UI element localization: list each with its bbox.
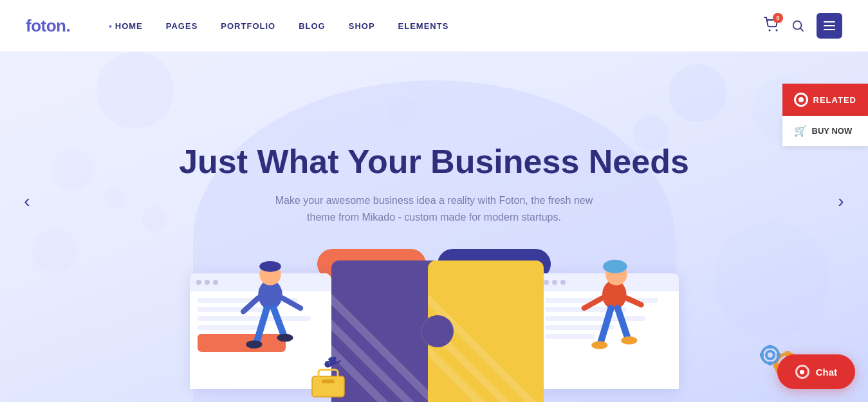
logo-dot: . bbox=[66, 16, 70, 35]
cart-badge: 0 bbox=[773, 13, 783, 23]
nav-item-shop[interactable]: SHOP bbox=[349, 20, 375, 32]
buy-cart-icon: 🛒 bbox=[794, 125, 807, 137]
screen-dot-r1 bbox=[544, 280, 549, 285]
menu-line-2 bbox=[824, 25, 835, 26]
svg-rect-37 bbox=[777, 353, 780, 357]
nav-link-portfolio[interactable]: PORTFOLIO bbox=[221, 21, 275, 31]
svg-line-13 bbox=[243, 298, 258, 311]
svg-point-33 bbox=[762, 347, 779, 363]
menu-line-1 bbox=[824, 21, 835, 23]
decor-circle-3 bbox=[97, 51, 174, 129]
figure-left bbox=[228, 248, 312, 396]
screen-dot-1 bbox=[196, 280, 201, 285]
nav-link-elements[interactable]: ELEMENTS bbox=[398, 21, 449, 31]
decor-circle-8 bbox=[32, 228, 77, 273]
svg-point-1 bbox=[776, 30, 778, 32]
chat-label: Chat bbox=[816, 367, 837, 378]
svg-line-23 bbox=[600, 308, 611, 342]
nav-item-blog[interactable]: BLOG bbox=[299, 20, 326, 32]
nav-right: 0 bbox=[764, 13, 842, 39]
screen-dot-r2 bbox=[552, 280, 557, 285]
puzzle-notch-right bbox=[421, 315, 454, 347]
sidebar-panel: RELATED 🛒 BUY NOW bbox=[782, 84, 868, 146]
menu-button[interactable] bbox=[817, 13, 842, 39]
nav-item-elements[interactable]: ELEMENTS bbox=[398, 20, 449, 32]
chat-button[interactable]: Chat bbox=[777, 354, 855, 389]
logo-text: foton bbox=[26, 16, 66, 35]
svg-rect-35 bbox=[768, 345, 772, 349]
sidebar-related-button[interactable]: RELATED bbox=[782, 84, 868, 116]
navbar: foton. HOME PAGES PORTFOLIO BLOG SHOP EL… bbox=[0, 0, 868, 51]
screen-dot-2 bbox=[205, 280, 210, 285]
svg-rect-41 bbox=[322, 379, 335, 383]
svg-rect-36 bbox=[768, 361, 772, 365]
hero-title: Just What Your Business Needs bbox=[179, 142, 689, 181]
svg-line-22 bbox=[626, 298, 641, 304]
sidebar-buy-button[interactable]: 🛒 BUY NOW bbox=[782, 116, 868, 146]
menu-line-3 bbox=[824, 29, 835, 30]
svg-point-11 bbox=[259, 261, 281, 272]
next-arrow[interactable]: › bbox=[827, 187, 855, 215]
svg-line-12 bbox=[282, 298, 300, 308]
sidebar-buy-label: BUY NOW bbox=[812, 126, 853, 136]
nav-links: HOME PAGES PORTFOLIO BLOG SHOP ELEMENTS bbox=[109, 20, 448, 32]
screen-dot-3 bbox=[213, 280, 218, 285]
nav-link-home[interactable]: HOME bbox=[109, 21, 143, 31]
hero-section: Just What Your Business Needs Make your … bbox=[0, 0, 868, 402]
prev-arrow[interactable]: ‹ bbox=[13, 187, 41, 215]
svg-point-0 bbox=[769, 30, 771, 32]
nav-item-home[interactable]: HOME bbox=[109, 20, 143, 32]
svg-line-21 bbox=[584, 298, 602, 308]
svg-point-34 bbox=[766, 351, 774, 359]
svg-line-15 bbox=[273, 308, 284, 335]
next-arrow-icon: › bbox=[838, 191, 844, 212]
nav-link-pages[interactable]: PAGES bbox=[166, 21, 198, 31]
chat-icon bbox=[795, 365, 809, 379]
sidebar-related-label: RELATED bbox=[813, 95, 856, 105]
svg-point-17 bbox=[277, 334, 293, 342]
puzzle-piece-right bbox=[428, 260, 544, 402]
screen-dot-r3 bbox=[560, 280, 566, 285]
figure-right bbox=[576, 248, 660, 396]
decor-circle-4 bbox=[51, 148, 93, 190]
cart-button[interactable]: 0 bbox=[764, 17, 779, 35]
decor-circle-5 bbox=[142, 206, 167, 232]
logo[interactable]: foton. bbox=[26, 16, 70, 36]
svg-point-25 bbox=[591, 341, 607, 349]
svg-point-16 bbox=[246, 340, 262, 349]
search-icon bbox=[791, 19, 805, 33]
related-icon bbox=[794, 93, 808, 107]
svg-point-2 bbox=[793, 21, 802, 30]
search-button[interactable] bbox=[791, 19, 805, 33]
decor-circle-9 bbox=[103, 187, 125, 209]
nav-item-portfolio[interactable]: PORTFOLIO bbox=[221, 20, 275, 32]
nav-link-shop[interactable]: SHOP bbox=[349, 21, 375, 31]
nav-item-pages[interactable]: PAGES bbox=[166, 20, 198, 32]
svg-line-24 bbox=[618, 308, 628, 338]
nav-link-blog[interactable]: BLOG bbox=[299, 21, 326, 31]
decor-circle-1 bbox=[669, 64, 726, 122]
svg-rect-38 bbox=[760, 353, 764, 357]
svg-line-14 bbox=[257, 308, 267, 342]
decor-circle-7 bbox=[714, 222, 829, 338]
svg-point-20 bbox=[603, 260, 627, 273]
prev-arrow-icon: ‹ bbox=[24, 191, 30, 212]
svg-point-26 bbox=[621, 336, 637, 345]
hero-subtitle: Make your awesome business idea a realit… bbox=[267, 192, 602, 225]
